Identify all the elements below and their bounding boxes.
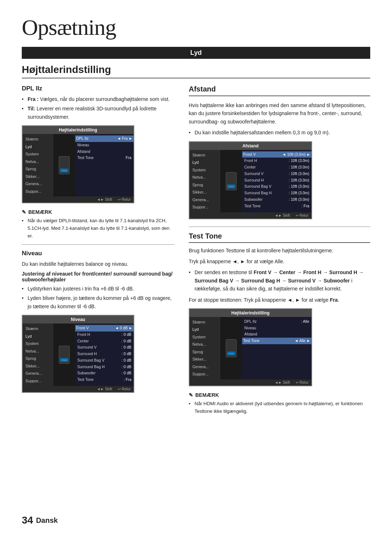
tt-menu-sikker: Sikker... — [189, 355, 220, 363]
menu-item-suppor: Suppor... — [23, 188, 53, 195]
dpl-menu-title: Højttalerindstilling — [23, 126, 134, 134]
a-row-frontv: Front V ◄ 10ft (3.0m) ► — [242, 151, 311, 158]
niveau-menu-right: Front V ◄ 0 dB ► Front H : 0 dB Center :… — [75, 324, 134, 386]
niveau-speaker-icon: User — [59, 346, 70, 364]
bemerk-box-2: ✎ BEMÆRK Når HDMI Audio er aktiveret (ly… — [189, 392, 370, 415]
menu-item-skarm: Skærm — [23, 135, 53, 143]
afstand-speaker-visual: User — [220, 150, 242, 212]
dpl-bullet2: Til: Leverer en mere realistisk 3D-surro… — [22, 105, 174, 121]
dpl-menu-right: DPL IIz ◄ Fra ► Niveau Afstand Test Tone — [75, 134, 134, 196]
page-title: Opsætning — [22, 15, 370, 40]
tt-row-niveau: Niveau — [244, 325, 309, 331]
n-menu-sikker: Sikker... — [23, 362, 53, 370]
bemerk-box-1: ✎ BEMÆRK Når du vælger DPLII-tilstand, k… — [22, 209, 174, 240]
divider-1 — [22, 244, 174, 245]
n-menu-netva: Netva... — [23, 347, 53, 355]
tt-speaker-icon: User — [226, 339, 237, 357]
tt-menu-left: Skærm Lyd System Netva... Sprog Sikker..… — [189, 317, 220, 379]
niveau-bullet1: Lydstyrken kan justeres i trin fra +6 dB… — [22, 285, 174, 293]
dpl-section: DPL IIz Fra : Vælges, når du placerer su… — [22, 85, 174, 203]
pencil-icon-2: ✎ — [189, 392, 193, 398]
dpl-row-afstand: Afstand — [77, 149, 131, 155]
n-row-surh: Surround H : 0 dB — [77, 351, 131, 357]
menu-item-genera: Genera... — [23, 180, 53, 188]
n-row-surbagv: Surround Bag V : 0 dB — [77, 357, 131, 364]
a-row-surbagv: Surround Bag V : 10ft (3.0m) — [244, 183, 309, 190]
a-row-surh: Surround H : 10ft (3.0m) — [244, 177, 309, 184]
dpl-menu-nav: ◄► Skift ↩ Retur — [23, 196, 134, 203]
page-number-row: 34 Dansk — [22, 514, 58, 526]
niveau-menu-title: Niveau — [23, 316, 134, 324]
dpl-row-dpl: DPL IIz ◄ Fra ► — [75, 135, 134, 142]
lyd-section-bar: Lyd — [22, 47, 370, 59]
bemerk2-content: Når HDMI Audio er aktiveret (lyd udsende… — [189, 400, 370, 415]
bemerk1-content: Når du vælger DPLII-tilstand, kan du lyt… — [22, 217, 174, 240]
main-heading: Højttalerindstilling — [22, 64, 370, 78]
speaker-icon: User — [59, 156, 70, 174]
tt-menu-system: System — [189, 333, 220, 341]
n-menu-sprog: Sprog — [23, 355, 53, 362]
afstand-intro: Hvis højttalerne ikke kan anbringes med … — [189, 101, 370, 126]
niveau-menu-nav: ◄► Skift ↩ Retur — [23, 386, 134, 392]
pencil-icon-1: ✎ — [22, 209, 26, 215]
niveau-intro: Du kan indstille højttalernes balance og… — [22, 260, 174, 268]
n-menu-skarm: Skærm — [23, 325, 53, 333]
niveau-bullet2: Lyden bliver højere, jo tættere du komme… — [22, 294, 174, 310]
n-row-center: Center : 0 dB — [77, 338, 131, 345]
test-tone-menu-mockup: Højttalerindstilling Skærm Lyd System Ne… — [189, 308, 312, 386]
menu-item-netva: Netva... — [23, 158, 53, 166]
niveau-section: Niveau Du kan indstille højttalernes bal… — [22, 250, 174, 393]
dpl-bullet1: Fra : Vælges, når du placerer surroundba… — [22, 95, 174, 103]
test-tone-heading: Test Tone — [189, 232, 370, 243]
a-row-surv: Surround V : 10ft (3.0m) — [244, 171, 309, 177]
a-menu-genera: Genera... — [189, 196, 220, 204]
n-menu-lyd: Lyd — [23, 333, 53, 340]
tt-menu-genera: Genera... — [189, 363, 220, 371]
test-tone-menu-title: Højttalerindstilling — [189, 309, 311, 317]
a-row-center: Center : 10ft (3.0m) — [244, 164, 309, 171]
niveau-menu-mockup: Niveau Skærm Lyd System Netva... Sprog S… — [22, 315, 134, 393]
dpl-menu-left: Skærm Lyd System Netva... Sprog Sikker..… — [23, 134, 53, 196]
afstand-bullet: Du kan indstille højttalersafstanden mel… — [189, 129, 370, 137]
a-menu-system: System — [189, 166, 220, 174]
a-row-fronth: Front H : 10ft (3.0m) — [244, 158, 309, 164]
tt-menu-skarm: Skærm — [189, 318, 220, 326]
n-row-sub: Subwoofer : 0 dB — [77, 370, 131, 377]
tt-row-tone: Test Tone ◄ Alle ► — [242, 338, 311, 344]
n-row-tone: Test Tone : Fra — [77, 377, 131, 383]
test-tone-section: Test Tone Brug funktionen Testtone til a… — [189, 232, 370, 415]
n-menu-suppor: Suppor... — [23, 377, 53, 385]
bemerk2-title: ✎ BEMÆRK — [189, 392, 370, 398]
a-row-tone: Test Tone : Fra — [244, 203, 309, 209]
test-tone-bullet1: Der sendes en testtone til Front V → Cen… — [189, 268, 370, 293]
tt-menu-nav: ◄► Skift ↩ Retur — [189, 379, 311, 386]
menu-item-sprog: Sprog — [23, 165, 53, 173]
afstand-speaker-icon: User — [226, 172, 237, 190]
a-menu-netva: Netva... — [189, 174, 220, 181]
n-row-frontv: Front V ◄ 0 dB ► — [75, 325, 134, 331]
tt-row-afstand: Afstand — [244, 331, 309, 338]
tt-speaker-visual: User — [220, 317, 242, 379]
test-tone-stop: For at stoppe testtonen: Tryk på knapper… — [189, 296, 370, 304]
tt-menu-netva: Netva... — [189, 341, 220, 348]
n-menu-genera: Genera... — [23, 370, 53, 377]
niveau-speaker-visual: User — [53, 324, 75, 386]
menu-item-lyd: Lyd — [23, 143, 53, 151]
bemerk1-title: ✎ BEMÆRK — [22, 209, 174, 215]
a-menu-sprog: Sprog — [189, 181, 220, 189]
dpl-heading: DPL IIz — [22, 85, 174, 92]
test-tone-intro: Brug funktionen Testtone til at kontroll… — [189, 247, 370, 255]
a-menu-sikker: Sikker... — [189, 188, 220, 196]
menu-item-sikker: Sikker... — [23, 173, 53, 180]
test-tone-press: Tryk på knapperne ◄, ► for at vælge Alle… — [189, 257, 370, 265]
a-row-sub: Subwoofer : 10ft (3.0m) — [244, 196, 309, 203]
dpl-speaker-visual: User — [53, 134, 75, 196]
tt-menu-lyd: Lyd — [189, 326, 220, 333]
menu-item-system: System — [23, 150, 53, 158]
tt-menu-sprog: Sprog — [189, 348, 220, 356]
afstand-menu-mockup: Afstand Skærm Lyd System Netva... Sprog … — [189, 141, 312, 219]
tt-menu-right: DPL IIz : Alle Niveau Afstand Test Tone — [242, 317, 311, 379]
n-row-surbagh: Surround Bag H : 0 dB — [77, 364, 131, 370]
n-row-fronth: Front H : 0 dB — [77, 331, 131, 338]
a-menu-skarm: Skærm — [189, 151, 220, 159]
